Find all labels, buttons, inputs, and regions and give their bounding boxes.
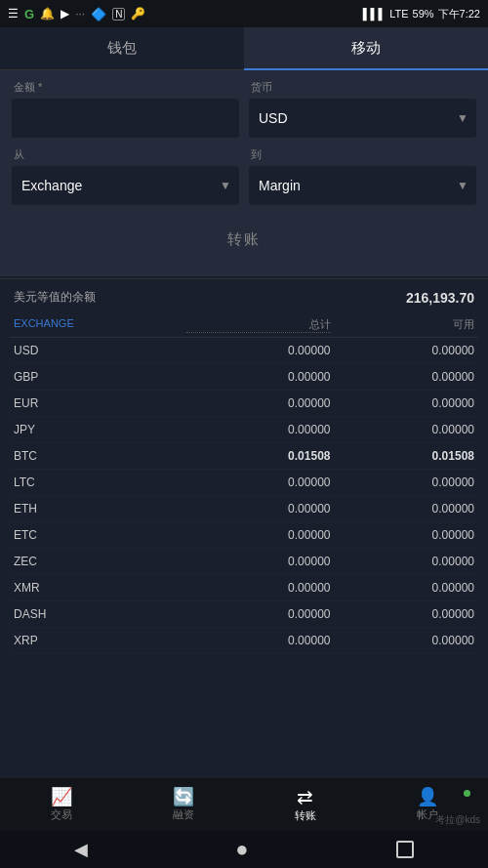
- amount-row: 金额 * 货币 USD ▼: [12, 80, 476, 138]
- from-select-wrapper: Exchange ▼: [12, 166, 239, 205]
- available-cell: 0.00000: [331, 344, 475, 357]
- available-cell: 0.00000: [331, 475, 475, 489]
- table-row: XMR 0.00000 0.00000: [10, 575, 478, 601]
- total-cell: 0.00000: [186, 423, 331, 436]
- from-group: 从 Exchange ▼: [12, 147, 239, 205]
- lte-label: LTE: [389, 8, 408, 20]
- scroll-inner: 金额 * 货币 USD ▼ 从 Exchange ▼: [0, 70, 488, 778]
- total-cell: 0.00000: [186, 396, 331, 410]
- table-row: DASH 0.00000 0.00000: [10, 601, 478, 628]
- available-cell: 0.00000: [331, 396, 475, 410]
- watermark: 考拉@kds: [435, 813, 480, 827]
- available-cell: 0.00000: [331, 423, 475, 436]
- currency-cell: EUR: [14, 396, 186, 410]
- from-label: 从: [14, 147, 239, 162]
- currency-select-wrapper: USD ▼: [249, 99, 476, 138]
- table-row: LTC 0.00000 0.00000: [10, 470, 478, 496]
- trade-icon: 📈: [51, 788, 72, 806]
- nav-transfer[interactable]: ⇄ 转账: [244, 787, 366, 823]
- available-cell: 0.00000: [331, 555, 475, 568]
- total-cell: 0.00000: [186, 370, 331, 384]
- currency-group: 货币 USD ▼: [249, 80, 476, 138]
- table-row: GBP 0.00000 0.00000: [10, 364, 478, 391]
- transfer-icon: ⇄: [297, 787, 313, 806]
- total-cell: 0.01508: [186, 449, 331, 463]
- currency-cell: GBP: [14, 370, 186, 384]
- total-cell: 0.00000: [186, 607, 331, 621]
- tab-wallet[interactable]: 钱包: [0, 27, 244, 70]
- amount-input[interactable]: [12, 99, 239, 138]
- currency-cell: ZEC: [14, 555, 186, 568]
- to-label: 到: [251, 147, 476, 162]
- balance-label: 美元等值的余额: [14, 289, 96, 306]
- time-label: 下午7:22: [438, 7, 480, 21]
- table-header: EXCHANGE 总计 可用: [10, 311, 478, 338]
- nav-trade[interactable]: 📈 交易: [0, 788, 122, 822]
- currency-cell: ETH: [14, 502, 186, 516]
- amount-group: 金额 *: [12, 80, 239, 138]
- to-select-wrapper: Margin ▼: [249, 166, 476, 205]
- table-row: JPY 0.00000 0.00000: [10, 417, 478, 443]
- currency-label: 货币: [251, 80, 476, 95]
- nav-fund-label: 融资: [173, 807, 194, 822]
- signal-icon: ▌▌▌: [363, 8, 386, 20]
- available-cell: 0.00000: [331, 634, 475, 647]
- dots-icon: ···: [75, 7, 85, 21]
- nav-fund[interactable]: 🔄 融资: [122, 788, 244, 822]
- recent-icon: [396, 841, 414, 858]
- play-icon: ▶: [61, 7, 69, 21]
- total-cell: 0.00000: [186, 528, 331, 542]
- system-nav: ◀ ●: [0, 831, 488, 868]
- notification-icon: 🔔: [40, 7, 55, 21]
- th-available: 可用: [331, 317, 475, 333]
- table-row: EUR 0.00000 0.00000: [10, 391, 478, 417]
- nfc-icon: N: [112, 8, 125, 21]
- currency-cell: XRP: [14, 634, 186, 647]
- available-cell: 0.01508: [331, 449, 475, 463]
- nav-account-label: 帐户: [417, 807, 438, 822]
- total-cell: 0.00000: [186, 502, 331, 516]
- main-content: 金额 * 货币 USD ▼ 从 Exchange ▼: [0, 70, 488, 778]
- status-left-icons: ☰ G 🔔 ▶ ··· 🔷 N 🔑: [8, 7, 145, 21]
- available-cell: 0.00000: [331, 581, 475, 595]
- balance-section: 美元等值的余额 216,193.70: [0, 278, 488, 311]
- from-select[interactable]: Exchange: [12, 166, 239, 205]
- back-button[interactable]: ◀: [74, 839, 88, 860]
- currency-cell: LTC: [14, 475, 186, 489]
- table-section: EXCHANGE 总计 可用 USD 0.00000 0.00000 GBP 0…: [0, 311, 488, 654]
- form-area: 金额 * 货币 USD ▼ 从 Exchange ▼: [0, 70, 488, 276]
- tab-header: 钱包 移动: [0, 27, 488, 70]
- status-bar: ☰ G 🔔 ▶ ··· 🔷 N 🔑 ▌▌▌ LTE 59% 下午7:22: [0, 0, 488, 27]
- th-currency: EXCHANGE: [14, 317, 186, 333]
- account-icon: 👤: [417, 788, 438, 806]
- currency-cell: XMR: [14, 581, 186, 595]
- transfer-button[interactable]: 转账: [188, 223, 300, 257]
- bluetooth-icon: 🔷: [91, 7, 106, 21]
- recent-button[interactable]: [396, 841, 414, 858]
- total-cell: 0.00000: [186, 634, 331, 647]
- currency-cell: USD: [14, 344, 186, 357]
- currency-cell: JPY: [14, 423, 186, 436]
- menu-icon: ☰: [8, 7, 19, 21]
- th-total: 总计: [186, 317, 331, 333]
- total-cell: 0.00000: [186, 344, 331, 357]
- status-right-info: ▌▌▌ LTE 59% 下午7:22: [363, 7, 480, 21]
- table-row: ETC 0.00000 0.00000: [10, 522, 478, 549]
- currency-select[interactable]: USD: [249, 99, 476, 138]
- key-icon: 🔑: [131, 7, 145, 21]
- available-cell: 0.00000: [331, 502, 475, 516]
- available-cell: 0.00000: [331, 528, 475, 542]
- available-cell: 0.00000: [331, 607, 475, 621]
- to-select[interactable]: Margin: [249, 166, 476, 205]
- balance-value: 216,193.70: [406, 290, 474, 306]
- tab-move[interactable]: 移动: [244, 27, 488, 70]
- table-row: ZEC 0.00000 0.00000: [10, 549, 478, 575]
- battery-label: 59%: [413, 8, 434, 20]
- transfer-btn-row: 转账: [12, 215, 476, 261]
- home-button[interactable]: ●: [235, 837, 248, 862]
- bottom-nav: 📈 交易 🔄 融资 ⇄ 转账 👤 帐户: [0, 778, 488, 831]
- currency-cell: DASH: [14, 607, 186, 621]
- table-row: BTC 0.01508 0.01508: [10, 443, 478, 470]
- available-cell: 0.00000: [331, 370, 475, 384]
- account-dot: [464, 790, 470, 797]
